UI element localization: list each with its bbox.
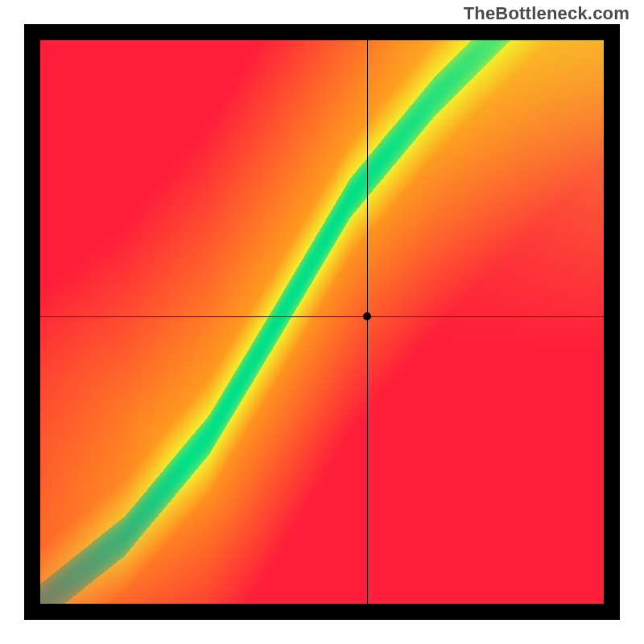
plot-frame <box>24 24 620 620</box>
heatmap-canvas <box>40 40 604 604</box>
crosshair-vertical <box>367 40 368 604</box>
watermark-text: TheBottleneck.com <box>464 3 630 24</box>
plot-area <box>40 40 604 604</box>
crosshair-horizontal <box>40 316 604 317</box>
chart-stage: TheBottleneck.com <box>0 0 644 644</box>
crosshair-marker <box>363 312 371 320</box>
